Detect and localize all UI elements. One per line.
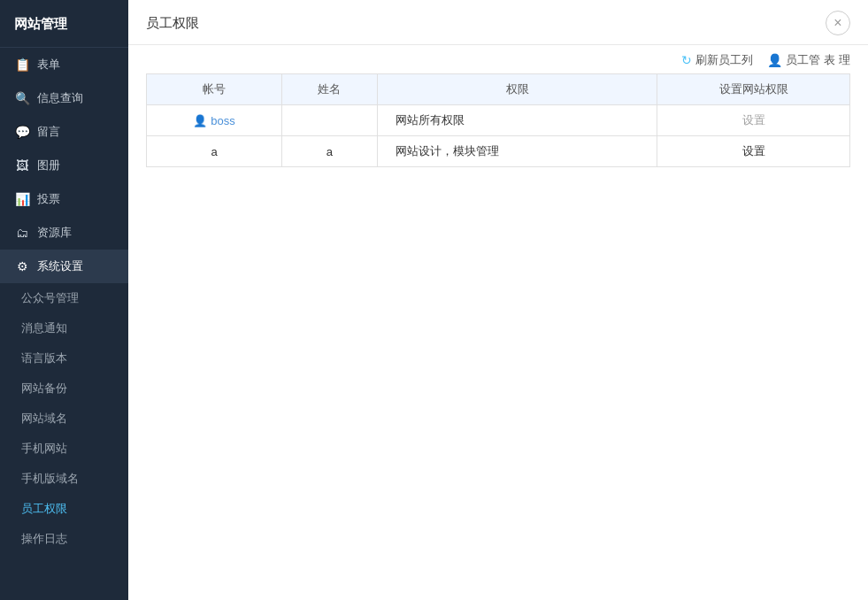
staff-table-wrapper: 帐号 姓名 权限 设置网站权限 👤 boss 网站所有权限 bbox=[128, 73, 868, 167]
permission-cell-boss: 网站所有权限 bbox=[377, 105, 657, 136]
account-cell-a: a bbox=[147, 136, 282, 167]
sidebar-title: 网站管理 bbox=[0, 0, 128, 48]
refresh-icon: ↻ bbox=[681, 53, 692, 67]
close-button[interactable]: × bbox=[826, 11, 850, 35]
sidebar-subitem-mobile[interactable]: 手机网站 bbox=[0, 434, 128, 464]
table-row: a a 网站设计，模块管理 设置 bbox=[147, 136, 850, 167]
resources-icon: 🗂 bbox=[14, 225, 30, 241]
sidebar-subitem-staff-perm[interactable]: 员工权限 bbox=[0, 494, 128, 524]
staff-table: 帐号 姓名 权限 设置网站权限 👤 boss 网站所有权限 bbox=[146, 73, 850, 167]
sidebar-subitem-operation-log[interactable]: 操作日志 bbox=[0, 524, 128, 554]
set-button-a[interactable]: 设置 bbox=[742, 144, 765, 158]
refresh-staff-button[interactable]: ↻ 刷新员工列 bbox=[681, 52, 753, 68]
col-permission: 权限 bbox=[377, 74, 657, 105]
col-account: 帐号 bbox=[147, 74, 282, 105]
forms-icon: 📋 bbox=[14, 57, 30, 73]
staff-icon: 👤 bbox=[767, 53, 782, 67]
sidebar-item-gallery[interactable]: 🖼 图册 bbox=[0, 149, 128, 182]
sidebar-item-forms[interactable]: 📋 表单 bbox=[0, 48, 128, 81]
sidebar-subitem-mobile-domain[interactable]: 手机版域名 bbox=[0, 464, 128, 494]
system-icon: ⚙ bbox=[14, 258, 30, 274]
sidebar-subitem-official[interactable]: 公众号管理 bbox=[0, 283, 128, 313]
main-content: 员工权限 × ↻ 刷新员工列 👤 员工管 表 理 帐号 姓名 权限 设置网站权限 bbox=[128, 0, 868, 600]
vote-icon: 📊 bbox=[14, 191, 30, 207]
sidebar-item-resources[interactable]: 🗂 资源库 bbox=[0, 216, 128, 250]
table-row: 👤 boss 网站所有权限 设置 bbox=[147, 105, 850, 136]
gallery-icon: 🖼 bbox=[14, 158, 30, 173]
refresh-label: 刷新员工列 bbox=[695, 52, 753, 68]
set-button-boss[interactable]: 设置 bbox=[742, 113, 765, 127]
action-cell-boss: 设置 bbox=[657, 105, 850, 136]
page-header: 员工权限 × bbox=[128, 0, 868, 45]
sidebar-subitem-notify[interactable]: 消息通知 bbox=[0, 313, 128, 343]
table-header-row: 帐号 姓名 权限 设置网站权限 bbox=[147, 74, 850, 105]
staff-manage-button[interactable]: 👤 员工管 表 理 bbox=[767, 52, 850, 68]
boss-user-link[interactable]: 👤 boss bbox=[157, 114, 271, 127]
sidebar-item-vote[interactable]: 📊 投票 bbox=[0, 182, 128, 216]
col-action: 设置网站权限 bbox=[657, 74, 850, 105]
name-cell-boss bbox=[282, 105, 378, 136]
permission-cell-a: 网站设计，模块管理 bbox=[377, 136, 657, 167]
info-icon: 🔍 bbox=[14, 90, 30, 106]
manage-label: 员工管 bbox=[786, 52, 820, 68]
table-label: 表 bbox=[824, 52, 835, 68]
sidebar-item-messages[interactable]: 💬 留言 bbox=[0, 115, 128, 149]
sidebar-item-info[interactable]: 🔍 信息查询 bbox=[0, 81, 128, 115]
toolbar: ↻ 刷新员工列 👤 员工管 表 理 bbox=[128, 45, 868, 73]
account-cell-boss: 👤 boss bbox=[147, 105, 282, 136]
user-icon-boss: 👤 bbox=[193, 114, 207, 127]
manage2-label: 理 bbox=[839, 52, 850, 68]
sidebar-subitem-domain[interactable]: 网站域名 bbox=[0, 404, 128, 434]
messages-icon: 💬 bbox=[14, 124, 30, 140]
sidebar-subitem-backup[interactable]: 网站备份 bbox=[0, 373, 128, 404]
sidebar-item-system[interactable]: ⚙ 系统设置 bbox=[0, 250, 128, 283]
page-title: 员工权限 bbox=[146, 15, 199, 32]
sidebar: 网站管理 📋 表单 🔍 信息查询 💬 留言 🖼 图册 📊 投票 🗂 资源库 ⚙ … bbox=[0, 0, 128, 600]
boss-label: boss bbox=[211, 114, 234, 127]
sidebar-subitem-lang[interactable]: 语言版本 bbox=[0, 343, 128, 373]
action-cell-a: 设置 bbox=[657, 136, 850, 167]
col-name: 姓名 bbox=[282, 74, 378, 105]
name-cell-a: a bbox=[282, 136, 378, 167]
